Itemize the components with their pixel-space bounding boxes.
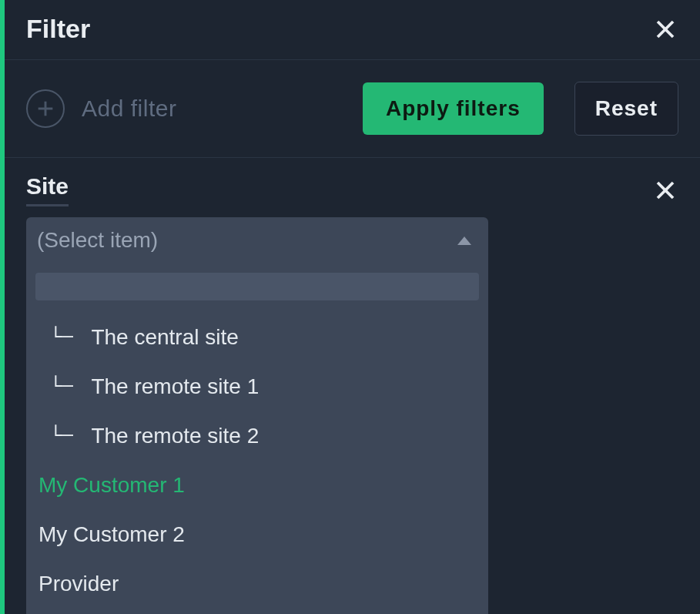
add-filter-button[interactable]: Add filter	[26, 89, 176, 128]
dropdown-list: └─ The central site └─ The remote site 1…	[35, 300, 479, 609]
dropdown-item[interactable]: Provider	[35, 559, 479, 609]
dropdown-toggle[interactable]: (Select item)	[26, 217, 488, 263]
filter-section-site: Site (Select item) └─ The central site └…	[5, 158, 700, 614]
tree-branch-icon: └─	[39, 375, 83, 398]
site-dropdown: (Select item) └─ The central site └─ The…	[26, 217, 488, 614]
apply-filters-button[interactable]: Apply filters	[363, 82, 544, 135]
dropdown-item-label: My Customer 1	[39, 473, 185, 498]
filter-toolbar: Add filter Apply filters Reset	[5, 59, 700, 158]
panel-title: Filter	[26, 14, 90, 44]
dropdown-item[interactable]: └─ The remote site 2	[35, 411, 479, 461]
dropdown-item[interactable]: └─ The remote site 1	[35, 362, 479, 411]
dropdown-item[interactable]: └─ The central site	[35, 313, 479, 362]
reset-button[interactable]: Reset	[574, 82, 678, 136]
caret-up-icon	[457, 237, 471, 245]
dropdown-item[interactable]: My Customer 1	[35, 461, 479, 510]
filter-label-row: Site	[26, 173, 678, 206]
dropdown-item-label: My Customer 2	[39, 522, 185, 547]
close-panel-button[interactable]	[652, 16, 678, 42]
close-icon	[654, 179, 677, 202]
dropdown-item-label: The remote site 2	[91, 424, 259, 448]
close-icon	[654, 18, 677, 41]
add-filter-label: Add filter	[82, 96, 176, 122]
filter-panel: Filter Add filter Apply filters Reset Si…	[0, 0, 700, 614]
dropdown-item[interactable]: My Customer 2	[35, 510, 479, 559]
remove-filter-button[interactable]	[652, 177, 678, 203]
dropdown-item-label: Provider	[39, 572, 119, 596]
plus-icon	[26, 89, 65, 128]
dropdown-placeholder: (Select item)	[37, 228, 158, 253]
dropdown-body: └─ The central site └─ The remote site 1…	[26, 263, 488, 614]
tree-branch-icon: └─	[39, 424, 83, 448]
dropdown-item-label: The remote site 1	[91, 374, 259, 399]
dropdown-search-input[interactable]	[35, 273, 479, 300]
tree-branch-icon: └─	[39, 326, 83, 349]
panel-header: Filter	[5, 0, 700, 59]
dropdown-item-label: The central site	[91, 325, 238, 350]
filter-field-label: Site	[26, 173, 69, 206]
